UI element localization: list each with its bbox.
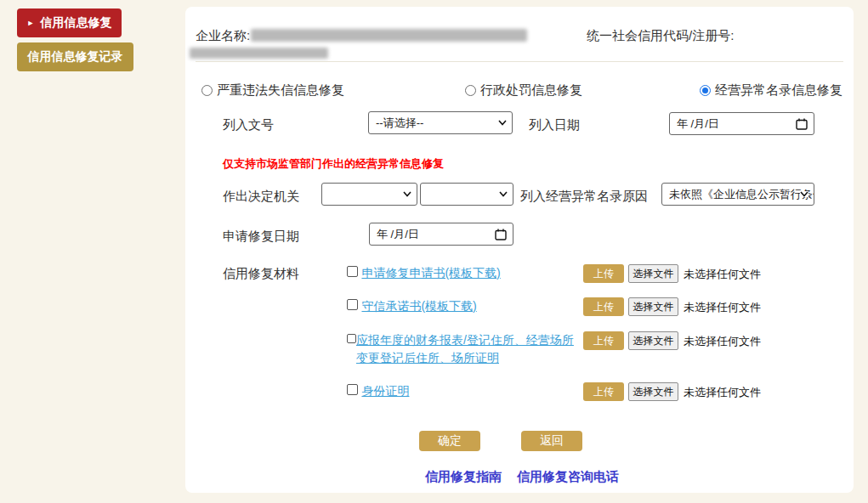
choose-file-button[interactable]: 选择文件 — [628, 297, 678, 316]
no-file-selected-text: 未选择任何文件 — [684, 300, 761, 315]
material-checkbox[interactable] — [347, 299, 358, 310]
no-file-selected-text: 未选择任何文件 — [684, 267, 761, 282]
chevron-down-icon — [498, 120, 507, 126]
list-doc-number-label: 列入文号 — [223, 117, 274, 133]
list-date-value: 年 /月/日 — [677, 116, 719, 132]
chevron-down-icon — [499, 191, 508, 197]
restriction-notice: 仅支持市场监管部门作出的经营异常信息修复 — [223, 156, 444, 172]
radio-serious-illegal[interactable]: 严重违法失信信息修复 — [201, 82, 344, 99]
radio-abnormal-list[interactable]: 经营异常名录信息修复 — [700, 82, 842, 99]
company-name-label: 企业名称: — [196, 28, 250, 44]
apply-date-label: 申请修复日期 — [223, 229, 299, 245]
material-link-identity[interactable]: 身份证明 — [361, 384, 409, 398]
decision-authority-select-2[interactable] — [420, 183, 513, 206]
list-date-label: 列入日期 — [529, 117, 580, 133]
chevron-down-icon — [403, 191, 411, 197]
material-checkbox[interactable] — [347, 384, 358, 395]
list-doc-number-select-value: --请选择-- — [376, 116, 423, 131]
material-row-application: 申请修复申请书(模板下载) 上传 选择文件 未选择任何文件 — [347, 264, 854, 285]
material-link-application[interactable]: 申请修复申请书(模板下载) — [361, 266, 500, 280]
material-link-financial-report[interactable]: 应报年度的财务报表/登记住所、经营场所变更登记后住所、场所证明 — [356, 331, 579, 367]
list-doc-number-select[interactable]: --请选择-- — [368, 111, 513, 134]
choose-file-button[interactable]: 选择文件 — [628, 264, 678, 283]
radio-admin-penalty-label: 行政处罚信息修复 — [480, 82, 582, 99]
sidebar-item-credit-repair-records-label: 信用信息修复记录 — [28, 49, 123, 65]
radio-serious-illegal-label: 严重违法失信信息修复 — [217, 82, 344, 99]
list-date-input[interactable]: 年 /月/日 — [669, 112, 814, 135]
material-link-commitment[interactable]: 守信承诺书(模板下载) — [361, 299, 476, 313]
material-row-identity: 身份证明 上传 选择文件 未选择任何文件 — [347, 382, 854, 403]
materials-label: 信用修复材料 — [223, 266, 299, 282]
material-row-financial-report: 应报年度的财务报表/登记住所、经营场所变更登记后住所、场所证明 上传 选择文件 … — [347, 331, 854, 370]
credit-repair-form-panel: 企业名称: 统一社会信用代码/注册号: 严重违法失信信息修复 行政处罚信息修复 … — [185, 7, 854, 493]
repair-hotline-link[interactable]: 信用修复咨询电话 — [517, 469, 619, 485]
radio-unselected-icon[interactable] — [465, 85, 476, 96]
no-file-selected-text: 未选择任何文件 — [684, 334, 761, 349]
abnormal-reason-label: 列入经营异常名录原因 — [520, 189, 648, 205]
choose-file-button[interactable]: 选择文件 — [628, 382, 678, 401]
sidebar-item-credit-repair-label: 信用信息修复 — [40, 15, 111, 31]
upload-button[interactable]: 上传 — [583, 264, 624, 283]
calendar-icon[interactable] — [796, 118, 808, 130]
arrow-right-icon: ► — [27, 20, 35, 27]
redacted-company-name-line2 — [190, 48, 328, 59]
material-checkbox[interactable] — [347, 334, 356, 343]
decision-authority-label: 作出决定机关 — [223, 189, 299, 205]
material-row-commitment: 守信承诺书(模板下载) 上传 选择文件 未选择任何文件 — [347, 297, 854, 318]
apply-date-value: 年 /月/日 — [377, 227, 419, 242]
radio-unselected-icon[interactable] — [201, 85, 213, 96]
calendar-icon[interactable] — [495, 229, 507, 240]
header-divider — [196, 61, 843, 62]
choose-file-button[interactable]: 选择文件 — [628, 331, 678, 350]
upload-button[interactable]: 上传 — [583, 331, 624, 350]
abnormal-reason-select[interactable]: 未依照《企业信息公示暂行条例 — [661, 183, 814, 206]
sidebar-item-credit-repair-records[interactable]: 信用信息修复记录 — [17, 42, 133, 71]
redacted-company-name-line1 — [251, 29, 527, 42]
no-file-selected-text: 未选择任何文件 — [684, 385, 761, 400]
repair-guide-link[interactable]: 信用修复指南 — [425, 469, 502, 485]
radio-abnormal-list-label: 经营异常名录信息修复 — [715, 82, 842, 99]
confirm-button[interactable]: 确定 — [419, 431, 480, 451]
sidebar-item-credit-repair[interactable]: ► 信用信息修复 — [17, 8, 122, 37]
upload-button[interactable]: 上传 — [583, 382, 624, 401]
upload-button[interactable]: 上传 — [583, 297, 624, 316]
radio-selected-icon[interactable] — [700, 85, 711, 96]
apply-date-input[interactable]: 年 /月/日 — [369, 223, 513, 246]
repair-type-radio-group: 严重违法失信信息修复 行政处罚信息修复 经营异常名录信息修复 — [185, 82, 854, 99]
radio-admin-penalty[interactable]: 行政处罚信息修复 — [465, 82, 582, 99]
back-button[interactable]: 返回 — [521, 431, 582, 451]
decision-authority-select-1[interactable] — [321, 183, 417, 206]
credit-code-label: 统一社会信用代码/注册号: — [587, 28, 734, 44]
material-checkbox[interactable] — [347, 266, 358, 277]
abnormal-reason-select-value: 未依照《企业信息公示暂行条例 — [669, 187, 814, 202]
chevron-down-icon — [800, 191, 808, 197]
